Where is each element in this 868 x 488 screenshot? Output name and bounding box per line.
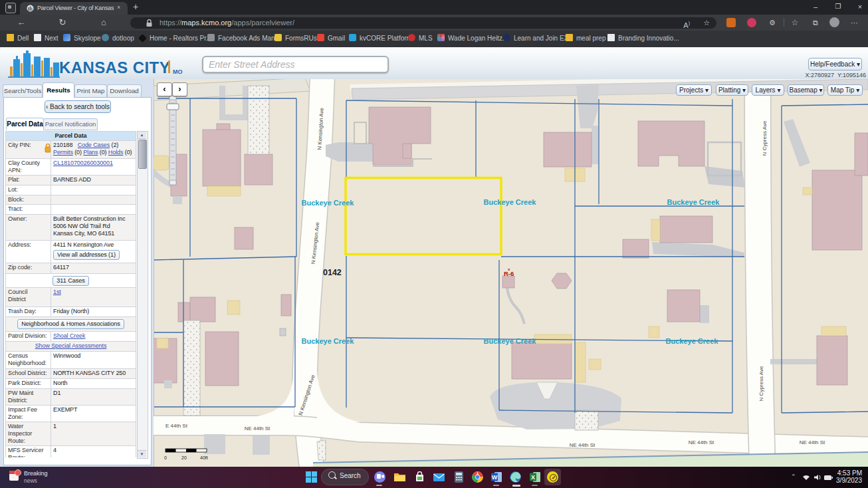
svg-text:0: 0 — [164, 455, 167, 460]
svg-text:W: W — [492, 474, 498, 481]
svg-text:X: X — [531, 474, 535, 481]
svg-text:N Cypress Ave: N Cypress Ave — [758, 366, 764, 401]
svg-text:Buckeye Creek: Buckeye Creek — [666, 337, 719, 345]
svg-text:Buckeye Creek: Buckeye Creek — [302, 337, 355, 345]
svg-text:E 44th St: E 44th St — [165, 423, 188, 429]
svg-text:NE 44th St: NE 44th St — [245, 426, 271, 431]
svg-text:Buckeye Creek: Buckeye Creek — [484, 198, 537, 206]
svg-text:N Cypress Ave: N Cypress Ave — [762, 120, 768, 156]
svg-text:NE 44th St: NE 44th St — [570, 442, 596, 448]
svg-text:20: 20 — [181, 455, 187, 460]
svg-text:NE 44th St: NE 44th St — [689, 439, 714, 445]
svg-text:0142: 0142 — [323, 268, 342, 277]
svg-text:40ft: 40ft — [200, 455, 208, 460]
svg-text:NE 44th St: NE 44th St — [800, 439, 825, 445]
svg-text:Buckeye Creek: Buckeye Creek — [667, 198, 720, 206]
svg-text:Buckeye Creek: Buckeye Creek — [484, 337, 537, 345]
svg-text:Buckeye Creek: Buckeye Creek — [302, 199, 355, 207]
